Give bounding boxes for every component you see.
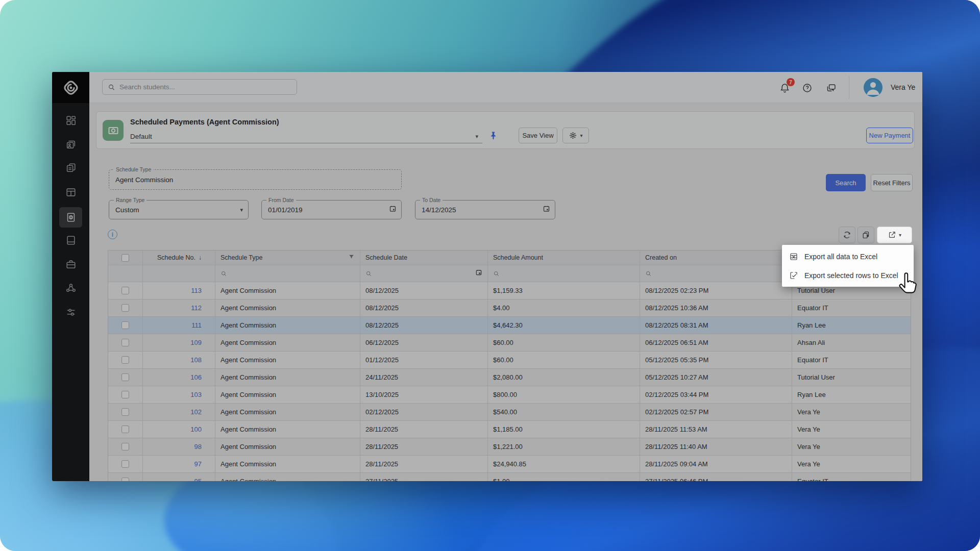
menu-item-export-all[interactable]: Export all data to Excel <box>782 247 914 266</box>
export-icon <box>888 231 896 239</box>
menu-item-export-selected[interactable]: Export selected rows to Excel <box>782 266 914 285</box>
export-button[interactable]: ▾ <box>877 227 912 243</box>
app-window: 7 Vera Ye Scheduled Payments (Agent Comm… <box>52 72 922 481</box>
menu-item-label: Export selected rows to Excel <box>804 271 898 280</box>
export-menu: Export all data to Excel Export selected… <box>782 245 914 287</box>
menu-item-label: Export all data to Excel <box>804 253 877 261</box>
xlsx-file-icon <box>789 252 798 261</box>
export-selected-icon <box>789 271 798 280</box>
chevron-down-icon: ▾ <box>899 232 901 238</box>
mouse-cursor <box>897 272 919 302</box>
